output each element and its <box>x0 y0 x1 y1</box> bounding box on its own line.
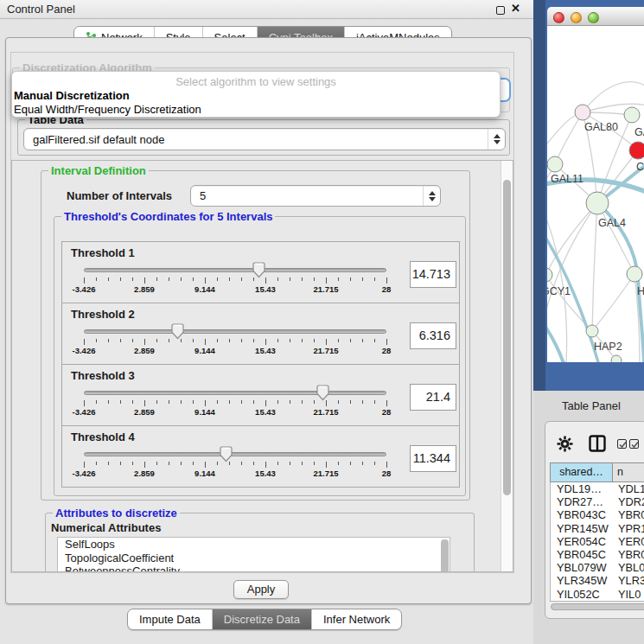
table-row[interactable]: YIL052CYIL0 <box>551 588 644 601</box>
table-data-group: Table Data galFiltered.sif default node <box>17 119 510 156</box>
network-node-c[interactable] <box>629 142 644 159</box>
network-node-h[interactable] <box>627 266 642 282</box>
table-row[interactable]: YBR045CYBR0 <box>551 548 644 561</box>
minimize-light[interactable] <box>571 12 582 23</box>
vertical-scrollbar-thumb[interactable] <box>503 180 511 495</box>
table-cell: YDR2 <box>613 495 644 508</box>
threshold-value-field[interactable]: 6.316 <box>410 322 456 349</box>
slider-tick <box>374 400 375 404</box>
slider-tick <box>108 462 109 465</box>
slider-thumb[interactable] <box>252 262 265 278</box>
slider-tick-label: 21.715 <box>313 346 338 355</box>
close-light[interactable] <box>553 12 564 23</box>
table-row[interactable]: YDR27…YDR2 <box>551 495 644 508</box>
horizontal-scrollbar[interactable] <box>550 603 644 611</box>
slider-tick <box>302 339 303 342</box>
table-row[interactable]: YER054CYER0 <box>551 535 644 548</box>
network-node[interactable] <box>611 355 622 362</box>
slider-tick-label: 15.43 <box>255 469 276 478</box>
slider-track[interactable] <box>84 452 386 456</box>
settings-scrollpane: Interval Definition Number of Intervals … <box>11 160 513 572</box>
slider-tick-label: 2.859 <box>134 346 155 355</box>
threshold-value-field[interactable]: 21.4 <box>410 384 456 411</box>
slider-tick-label: 9.144 <box>194 469 215 478</box>
split-column-icon[interactable] <box>589 435 606 452</box>
interval-definition-group: Interval Definition Number of Intervals … <box>41 170 470 501</box>
checkbox-icon[interactable] <box>629 439 639 449</box>
list-scrollbar[interactable] <box>441 539 449 572</box>
table-cell: YIL052C <box>551 588 613 601</box>
algorithm-option-manual[interactable]: Manual Discretization <box>14 89 130 102</box>
tab-infer-network[interactable]: Infer Network <box>312 609 401 629</box>
table-row[interactable]: YBL079WYBL0 <box>551 561 644 574</box>
slider-tick <box>265 462 266 468</box>
apply-button[interactable]: Apply <box>233 580 289 599</box>
attribute-list-item[interactable]: SelfLoops <box>58 538 450 552</box>
network-window-titlebar[interactable] <box>547 7 644 26</box>
attribute-list-item[interactable]: BetweennessCentrality <box>58 564 450 572</box>
combo-stepper-icon <box>488 129 505 150</box>
network-node-hap2[interactable] <box>586 325 598 337</box>
slider-track[interactable] <box>84 268 386 272</box>
slider-thumb[interactable] <box>220 446 233 462</box>
slider-tick <box>253 400 254 404</box>
vertical-scrollbar[interactable] <box>501 161 513 571</box>
slider-tick <box>290 462 290 465</box>
slider-tick-label: -3.426 <box>73 284 96 294</box>
table-panel-title: Table Panel <box>562 399 621 412</box>
slider-thumb[interactable] <box>171 323 184 340</box>
table-row[interactable]: YBR043CYBR0 <box>551 508 644 521</box>
gear-icon[interactable] <box>557 436 573 452</box>
network-node-gal4[interactable] <box>586 192 609 214</box>
slider-tick <box>120 400 121 404</box>
slider-tick-label: 2.859 <box>134 469 155 478</box>
threshold-value-field[interactable]: 11.344 <box>410 445 456 472</box>
network-node-gal11[interactable] <box>547 156 563 172</box>
slider-tick <box>386 462 387 468</box>
slider-tick <box>217 277 218 281</box>
algorithm-option-equal-width[interactable]: Equal Width/Frequency Discretization <box>14 103 201 116</box>
table-row[interactable]: YPR145WYPR1 <box>551 522 644 535</box>
threshold-row-1: Threshold 1-3.4262.8599.14415.4321.71528… <box>61 241 460 303</box>
table-row[interactable]: YDL19…YDL1 <box>551 482 644 495</box>
slider-tick <box>169 400 169 404</box>
zoom-light[interactable] <box>588 12 599 23</box>
attribute-list-item[interactable]: TopologicalCoefficient <box>58 552 450 565</box>
column-header-shared-name[interactable]: shared… <box>551 463 613 481</box>
slider-tick <box>205 277 206 284</box>
slider-tick <box>193 462 194 465</box>
slider-track[interactable] <box>84 391 386 395</box>
network-node-ga[interactable] <box>624 107 640 123</box>
horizontal-scrollbar-thumb[interactable] <box>551 603 644 610</box>
checkbox-icon[interactable] <box>617 439 627 449</box>
tab-impute-data[interactable]: Impute Data <box>128 609 213 629</box>
close-icon[interactable]: ✕ <box>511 2 520 15</box>
table-toolbar <box>545 422 644 460</box>
slider-tick-label: 21.715 <box>313 284 338 294</box>
slider-tick <box>362 339 363 342</box>
network-node-gal80[interactable] <box>575 105 590 120</box>
slider-thumb[interactable] <box>316 385 329 401</box>
float-window-icon[interactable] <box>496 6 505 15</box>
slider-tick <box>156 400 157 404</box>
table-row[interactable]: YLR345WYLR3 <box>551 574 644 587</box>
network-canvas[interactable]: GAL80GACGAL11GAL4GCY1HHAP2 <box>547 26 644 362</box>
slider-tick <box>302 462 303 465</box>
slider-tick <box>120 462 121 465</box>
slider-tick <box>144 339 145 345</box>
number-of-intervals-combobox[interactable]: 5 <box>190 185 441 207</box>
interval-definition-title: Interval Definition <box>48 164 149 177</box>
network-node-label: GCY1 <box>547 285 571 297</box>
network-node-gcy1[interactable] <box>547 268 552 282</box>
slider-tick <box>290 339 290 342</box>
attributes-title: Attributes to discretize <box>53 507 180 520</box>
column-header-name[interactable]: n <box>613 463 644 481</box>
slider-track[interactable] <box>84 329 386 334</box>
table-data-combobox[interactable]: galFiltered.sif default node <box>23 128 506 150</box>
slider-tick-label: 21.715 <box>313 407 338 417</box>
slider-tick <box>241 277 242 281</box>
slider-tick <box>217 462 218 465</box>
threshold-value-field[interactable]: 14.713 <box>410 261 456 288</box>
tab-discretize-data[interactable]: Discretize Data <box>213 609 312 629</box>
table-cell: YDR27… <box>551 495 613 508</box>
